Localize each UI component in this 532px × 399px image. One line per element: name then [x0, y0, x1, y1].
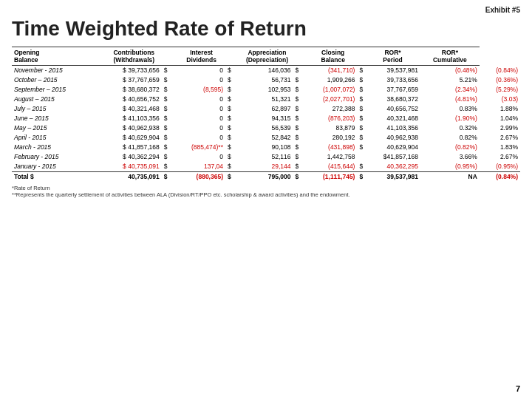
- table-row: January - 2015$ 40,735,091$137,04$29,144…: [12, 162, 520, 172]
- exhibit-label: Exhibit #5: [485, 6, 520, 14]
- period-cell: May – 2015: [12, 123, 98, 133]
- opening-cell: $ 40,962,938: [98, 123, 162, 133]
- opening-cell: $ 40,629,904: [98, 133, 162, 143]
- table-row: April - 2015$ 40,629,904$0$52,842$280,19…: [12, 133, 520, 143]
- period-cell: February - 2015: [12, 152, 98, 162]
- table-row: October – 2015$ 37,767,659$0$56,731$1,90…: [12, 75, 520, 85]
- page-number: 7: [516, 384, 520, 393]
- table-row: September – 2015$ 38,680,372$(8,595)$102…: [12, 85, 520, 95]
- col-appreciation-header: Appreciation (Depreciation): [233, 47, 301, 65]
- col-ror-period-header: ROR* Period: [365, 47, 420, 65]
- opening-cell: $ 38,680,372: [98, 85, 162, 95]
- table-row: July – 2015$ 40,321,468$0$62,897$272,388…: [12, 104, 520, 114]
- col-contributions-header: Contributions (Withdrawals): [98, 47, 169, 65]
- page: Exhibit #5 Time Weighted Rate of Return …: [0, 0, 532, 399]
- main-table: Opening Balance Contributions (Withdrawa…: [12, 47, 520, 182]
- period-cell: August – 2015: [12, 95, 98, 104]
- opening-cell: $ 41,103,356: [98, 114, 162, 123]
- period-cell: September – 2015: [12, 85, 98, 95]
- col-ror-cumulative-header: ROR* Cumulative: [420, 47, 480, 65]
- col-interest-header: Interest Dividends: [169, 47, 233, 65]
- period-cell: March - 2015: [12, 143, 98, 152]
- period-cell: June – 2015: [12, 114, 98, 123]
- table-row: May – 2015$ 40,962,938$0$56,539$83,879$4…: [12, 123, 520, 133]
- footnote-area: *Rate of Return **Represents the quarter…: [12, 185, 520, 198]
- col-opening-header: Opening Balance: [12, 47, 98, 65]
- table-row: November - 2015$ 39,733,656$0$146,036$(3…: [12, 65, 520, 75]
- opening-cell: $ 41,857,168: [98, 143, 162, 152]
- opening-cell: $ 39,733,656: [98, 65, 162, 75]
- period-cell: January - 2015: [12, 162, 98, 172]
- footnote-2: **Represents the quarterly settlement of…: [12, 191, 520, 198]
- period-cell: July – 2015: [12, 104, 98, 114]
- opening-cell: $ 40,735,091: [98, 162, 162, 172]
- page-title: Time Weighted Rate of Return: [12, 18, 520, 41]
- col-closing-header: Closing Balance: [301, 47, 365, 65]
- period-cell: November - 2015: [12, 65, 98, 75]
- opening-cell: $ 40,362,294: [98, 152, 162, 162]
- period-cell: October – 2015: [12, 75, 98, 85]
- opening-cell: $ 40,321,468: [98, 104, 162, 114]
- opening-cell: $ 37,767,659: [98, 75, 162, 85]
- period-cell: April - 2015: [12, 133, 98, 143]
- table-row: June – 2015$ 41,103,356$0$94,315$(876,20…: [12, 114, 520, 123]
- table-row: March - 2015$ 41,857,168$(885,474)**$90,…: [12, 143, 520, 152]
- total-row: Total $40,735,091$(880,365)$795,000$(1,1…: [12, 171, 520, 182]
- table-row: February - 2015$ 40,362,294$0$52,116$1,4…: [12, 152, 520, 162]
- opening-cell: $ 40,656,752: [98, 95, 162, 104]
- table-row: August – 2015$ 40,656,752$0$51,321$(2,02…: [12, 95, 520, 104]
- footnote-1: *Rate of Return: [12, 185, 520, 191]
